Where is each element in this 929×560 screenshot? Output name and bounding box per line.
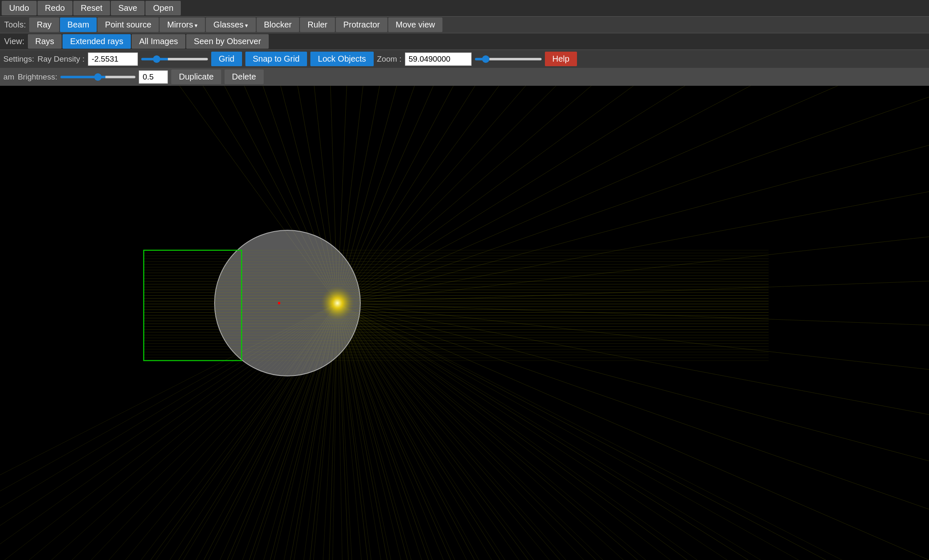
view-label: View:	[2, 35, 27, 48]
beam-tool-button[interactable]: Beam	[60, 17, 97, 32]
beam-label: am	[3, 72, 14, 82]
settings-label: Settings:	[3, 55, 34, 64]
seen-by-observer-view-button[interactable]: Seen by Observer	[186, 34, 268, 49]
ray-tool-button[interactable]: Ray	[29, 17, 59, 32]
undo-button[interactable]: Undo	[2, 1, 37, 15]
zoom-label: Zoom :	[377, 55, 402, 64]
glasses-tool-button[interactable]: Glasses	[206, 17, 255, 32]
duplicate-button[interactable]: Duplicate	[171, 70, 221, 84]
ray-density-slider[interactable]	[141, 58, 208, 60]
blocker-tool-button[interactable]: Blocker	[257, 17, 300, 32]
point-source-tool-button[interactable]: Point source	[97, 17, 159, 32]
ray-density-input[interactable]	[88, 52, 138, 66]
open-button[interactable]: Open	[145, 1, 181, 15]
beam-settings-bar: am Brightness: Duplicate Delete	[0, 68, 929, 86]
redo-button[interactable]: Redo	[37, 1, 72, 15]
grid-button[interactable]: Grid	[211, 52, 242, 66]
extended-rays-view-button[interactable]: Extended rays	[62, 34, 131, 49]
optics-canvas[interactable]	[0, 86, 929, 560]
optics-canvas-area[interactable]	[0, 86, 929, 560]
zoom-slider[interactable]	[475, 58, 542, 60]
all-images-view-button[interactable]: All Images	[132, 34, 185, 49]
brightness-slider[interactable]	[60, 76, 135, 78]
reset-button[interactable]: Reset	[73, 1, 110, 15]
move-view-tool-button[interactable]: Move view	[388, 17, 442, 32]
delete-button[interactable]: Delete	[225, 70, 264, 84]
brightness-input[interactable]	[139, 70, 168, 84]
zoom-input[interactable]	[405, 52, 472, 66]
mirrors-tool-button[interactable]: Mirrors	[160, 17, 205, 32]
ruler-tool-button[interactable]: Ruler	[300, 17, 335, 32]
menu-bar: Undo Redo Reset Save Open	[0, 0, 929, 17]
snap-to-grid-button[interactable]: Snap to Grid	[245, 52, 307, 66]
brightness-label: Brightness:	[17, 72, 57, 82]
protractor-tool-button[interactable]: Protractor	[336, 17, 387, 32]
settings-bar: Settings: Ray Density : Grid Snap to Gri…	[0, 50, 929, 68]
save-button[interactable]: Save	[111, 1, 145, 15]
tools-bar: Tools: Ray Beam Point source Mirrors Gla…	[0, 17, 929, 33]
ray-density-label: Ray Density :	[37, 55, 85, 64]
tools-label: Tools:	[2, 18, 28, 31]
view-bar: View: Rays Extended rays All Images Seen…	[0, 33, 929, 50]
lock-objects-button[interactable]: Lock Objects	[310, 52, 374, 66]
help-button[interactable]: Help	[545, 52, 577, 66]
rays-view-button[interactable]: Rays	[28, 34, 62, 49]
